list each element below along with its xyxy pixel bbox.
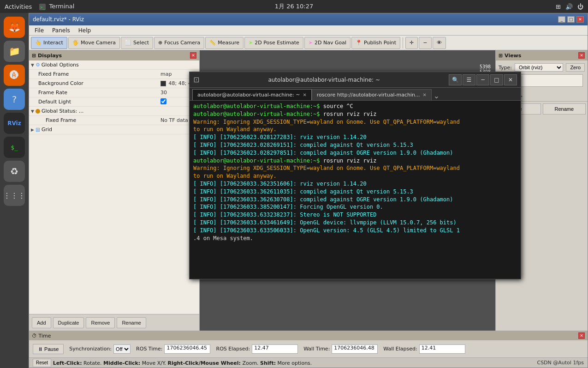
maximize-btn[interactable]: □ xyxy=(567,16,575,23)
dock-software[interactable]: 🅐 xyxy=(4,65,25,86)
nav-goal-btn[interactable]: ➤ 2D Nav Goal xyxy=(304,37,350,49)
nav-goal-icon: ➤ xyxy=(309,40,313,46)
datetime: 1月 26 10:27 xyxy=(275,2,314,11)
displays-buttons: Add Duplicate Remove Rename xyxy=(29,314,199,331)
interact-icon: 👆 xyxy=(35,40,42,46)
time-title: Time xyxy=(39,333,51,339)
terminal-tab2-close[interactable]: ✕ xyxy=(422,92,426,97)
activities-btn[interactable]: Activities xyxy=(5,3,32,10)
grid-icon: ⊞ xyxy=(36,127,40,133)
focus-camera-btn[interactable]: ⊕ Focus Camera xyxy=(154,37,204,49)
default-light-row[interactable]: Default Light xyxy=(29,97,199,107)
ros-elapsed-group: ROS Elapsed: 12.47 xyxy=(216,344,298,354)
toolbar-eye-btn[interactable]: 👁 xyxy=(433,37,446,49)
pose-estimate-btn[interactable]: ➤ 2D Pose Estimate xyxy=(244,37,303,49)
displays-close-btn[interactable]: ✕ xyxy=(190,52,196,59)
focus-camera-icon: ⊕ xyxy=(158,40,162,46)
global-options-label: Global Options xyxy=(42,62,197,68)
terminal-close-btn[interactable]: ✕ xyxy=(504,74,517,85)
svg-text:>_: >_ xyxy=(40,5,45,10)
time-close-btn[interactable]: ✕ xyxy=(578,332,585,339)
global-status-dot xyxy=(36,109,40,114)
menu-panels[interactable]: Panels xyxy=(48,26,74,35)
frame-rate-row[interactable]: Frame Rate 30 xyxy=(29,88,199,97)
term-cmd: source ^C xyxy=(323,103,353,109)
grid-row[interactable]: ▶ ⊞ Grid xyxy=(29,125,199,134)
terminal-menu-btn[interactable]: ☰ xyxy=(463,74,475,85)
fixed-frame-status-row[interactable]: Fixed Frame No TF data xyxy=(29,116,199,125)
toolbar-minus-btn[interactable]: − xyxy=(419,37,431,49)
terminal-body[interactable]: autolabor@autolabor-virtual-machine:~$ s… xyxy=(190,101,521,279)
dock-grid[interactable]: ⋮⋮⋮ xyxy=(4,185,25,206)
menu-file[interactable]: File xyxy=(31,26,48,35)
close-btn[interactable]: ✕ xyxy=(576,16,584,23)
ros-elapsed-value: 12.47 xyxy=(252,344,298,354)
publish-point-btn[interactable]: 📍 Publish Point xyxy=(351,37,400,49)
duplicate-btn[interactable]: Duplicate xyxy=(53,317,84,328)
status-bar-left: Reset Left-Click: Rotate. Middle-Click: … xyxy=(33,359,312,367)
dock-rviz[interactable]: RViz xyxy=(4,113,25,134)
term-line: [ INFO] [1706236033.633506033]: OpenGL v… xyxy=(193,227,460,234)
bg-color-row[interactable]: Background Color 48; 48; 48 xyxy=(29,79,199,88)
global-options-row[interactable]: ▼ ⚙ Global Options xyxy=(29,60,199,70)
terminal-title-icon: ⊡ xyxy=(193,75,199,84)
menu-help[interactable]: Help xyxy=(75,26,95,35)
fixed-frame-row[interactable]: Fixed Frame map xyxy=(29,70,199,79)
toolbar-sep1 xyxy=(403,37,403,48)
dock-terminal[interactable]: $_ xyxy=(4,137,25,158)
term-line: [ INFO] [1706236033.362351606]: rviz ver… xyxy=(193,181,367,187)
measure-btn[interactable]: 📏 Measure xyxy=(205,37,244,49)
displays-tree: ▼ ⚙ Global Options Fixed Frame map Backg… xyxy=(29,60,199,314)
ros-time-value: 1706236046.45 xyxy=(164,344,210,354)
remove-btn[interactable]: Remove xyxy=(86,317,115,328)
terminal-add-tab-btn[interactable]: ⌄ xyxy=(432,91,441,100)
time-content: ⏸ Pause Synchronization: Off ROS Time: 1… xyxy=(29,340,588,357)
fixed-frame-status-label: Fixed Frame xyxy=(46,117,160,123)
terminal-tab1-close[interactable]: ✕ xyxy=(303,92,306,97)
displays-titlebar: ⊞ Displays ✕ xyxy=(29,50,199,60)
views-title-icon: ⊞ xyxy=(499,53,503,59)
views-close-btn[interactable]: ✕ xyxy=(578,52,585,59)
move-camera-btn[interactable]: 🖐 Move Camera xyxy=(68,37,120,49)
terminal-tab1[interactable]: autolabor@autolabor-virtual-machine: ~ ✕ xyxy=(192,89,312,100)
minimize-btn[interactable]: _ xyxy=(558,16,565,23)
select-btn[interactable]: ⬜ Select xyxy=(121,37,153,49)
dock-help[interactable]: ? xyxy=(4,89,25,110)
terminal-minimize-btn[interactable]: ─ xyxy=(476,74,489,85)
wall-elapsed-value: 12.41 xyxy=(419,344,465,354)
status-bar: Reset Left-Click: Rotate. Middle-Click: … xyxy=(29,357,588,368)
views-titlebar: ⊞ Views ✕ xyxy=(496,50,588,60)
terminal-tab2[interactable]: roscore http://autolabor-virtual-machin.… xyxy=(312,89,432,100)
views-zero-btn[interactable]: Zero xyxy=(566,63,585,72)
terminal-maximize-btn[interactable]: □ xyxy=(490,74,503,85)
publish-point-icon: 📍 xyxy=(356,40,362,46)
fps-label: CSDN @Autol 1fps xyxy=(537,360,584,366)
term-line: [ INFO] [1706236023.028297851]: compiled… xyxy=(193,150,453,156)
default-light-label: Default Light xyxy=(38,99,160,105)
rviz-toolbar: 👆 Interact 🖐 Move Camera ⬜ Select ⊕ Focu… xyxy=(29,36,588,50)
wall-time-label: Wall Time: xyxy=(303,346,330,352)
add-btn[interactable]: Add xyxy=(32,317,51,328)
term-line: [ INFO] [1706236033.362611035]: compiled… xyxy=(193,188,413,195)
reset-btn[interactable]: Reset xyxy=(33,359,51,367)
wall-time-group: Wall Time: 1706236046.48 xyxy=(303,344,378,354)
network-icon: ⊞ xyxy=(556,3,561,10)
dock-files[interactable]: 📁 xyxy=(4,41,25,62)
views-rename-btn[interactable]: Rename xyxy=(543,103,586,115)
global-status-row[interactable]: ▼ Global Status: ... xyxy=(29,107,199,116)
toolbar-plus-btn[interactable]: ✛ xyxy=(405,37,418,49)
dock-firefox[interactable]: 🦊 xyxy=(4,17,25,38)
term-line: [ INFO] [1706236033.633238237]: Stereo i… xyxy=(193,211,376,218)
pose-estimate-icon: ➤ xyxy=(249,40,253,46)
terminal-search-btn[interactable]: 🔍 xyxy=(449,74,462,85)
rviz-menubar: File Panels Help xyxy=(29,25,588,36)
sync-select[interactable]: Off xyxy=(113,344,131,354)
dock-recycle[interactable]: ♻ xyxy=(4,161,25,182)
move-camera-icon: 🖐 xyxy=(72,40,79,46)
default-light-checkbox[interactable] xyxy=(160,98,166,104)
terminal-tabs: autolabor@autolabor-virtual-machine: ~ ✕… xyxy=(190,88,521,101)
views-type-select[interactable]: Orbit (rviz) xyxy=(515,63,563,72)
interact-btn[interactable]: 👆 Interact xyxy=(31,37,67,49)
rename-btn[interactable]: Rename xyxy=(117,317,146,328)
pause-btn[interactable]: ⏸ Pause xyxy=(33,344,64,354)
